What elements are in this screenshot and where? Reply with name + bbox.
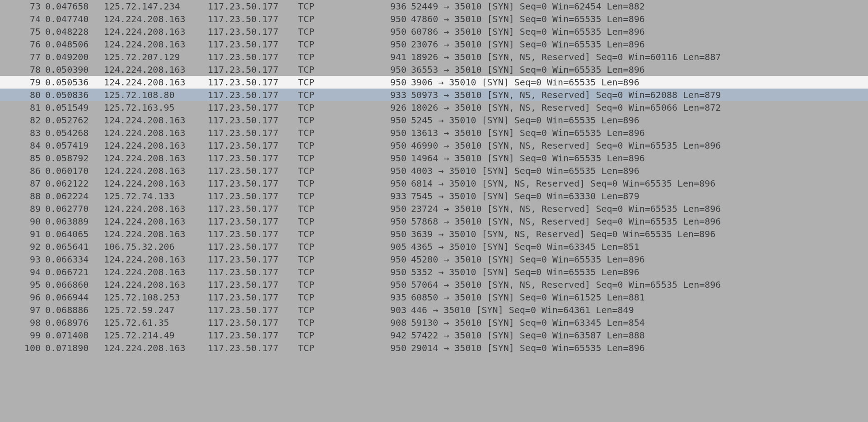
packet-protocol-cell: TCP	[298, 266, 384, 278]
packet-row[interactable]: 830.054268124.224.208.163117.23.50.177TC…	[0, 127, 868, 139]
packet-source-cell: 124.224.208.163	[104, 342, 208, 354]
packet-no-cell: 75	[0, 25, 45, 38]
packet-destination-cell: 117.23.50.177	[208, 190, 298, 202]
packet-row[interactable]: 810.051549125.72.163.95117.23.50.177TCP9…	[0, 101, 868, 114]
packet-protocol-cell: TCP	[298, 89, 384, 101]
packet-destination-cell: 117.23.50.177	[208, 342, 298, 354]
packet-destination-cell: 117.23.50.177	[208, 329, 298, 342]
packet-source-cell: 124.224.208.163	[104, 127, 208, 139]
packet-no-cell: 98	[0, 316, 45, 329]
packet-no-cell: 96	[0, 291, 45, 304]
packet-row[interactable]: 780.050390124.224.208.163117.23.50.177TC…	[0, 63, 868, 76]
packet-length-cell: 950	[384, 342, 411, 354]
packet-length-cell: 950	[384, 253, 411, 266]
packet-row[interactable]: 990.071408125.72.214.49117.23.50.177TCP9…	[0, 329, 868, 342]
packet-protocol-cell: TCP	[298, 240, 384, 253]
packet-destination-cell: 117.23.50.177	[208, 291, 298, 304]
packet-length-cell: 908	[384, 316, 411, 329]
packet-no-cell: 100	[0, 342, 45, 354]
packet-protocol-cell: TCP	[298, 215, 384, 228]
packet-row[interactable]: 840.057419124.224.208.163117.23.50.177TC…	[0, 139, 868, 152]
packet-row[interactable]: 920.065641106.75.32.206117.23.50.177TCP9…	[0, 240, 868, 253]
packet-time-cell: 0.064065	[45, 228, 104, 240]
packet-row[interactable]: 880.062224125.72.74.133117.23.50.177TCP9…	[0, 190, 868, 202]
packet-source-cell: 124.224.208.163	[104, 215, 208, 228]
packet-length-cell: 950	[384, 114, 411, 127]
packet-no-cell: 74	[0, 13, 45, 25]
packet-info-cell: 50973 → 35010 [SYN, NS, Reserved] Seq=0 …	[411, 89, 868, 101]
packet-row[interactable]: 800.050836125.72.108.80117.23.50.177TCP9…	[0, 89, 868, 101]
packet-row[interactable]: 820.052762124.224.208.163117.23.50.177TC…	[0, 114, 868, 127]
packet-row[interactable]: 750.048228124.224.208.163117.23.50.177TC…	[0, 25, 868, 38]
packet-no-cell: 90	[0, 215, 45, 228]
packet-protocol-cell: TCP	[298, 51, 384, 63]
packet-time-cell: 0.048506	[45, 38, 104, 51]
packet-source-cell: 124.224.208.163	[104, 278, 208, 291]
packet-row[interactable]: 790.050536124.224.208.163117.23.50.177TC…	[0, 76, 868, 89]
packet-row[interactable]: 940.066721124.224.208.163117.23.50.177TC…	[0, 266, 868, 278]
packet-source-cell: 124.224.208.163	[104, 38, 208, 51]
packet-no-cell: 73	[0, 0, 45, 13]
packet-row[interactable]: 870.062122124.224.208.163117.23.50.177TC…	[0, 177, 868, 190]
packet-time-cell: 0.066860	[45, 278, 104, 291]
packet-destination-cell: 117.23.50.177	[208, 253, 298, 266]
packet-source-cell: 124.224.208.163	[104, 13, 208, 25]
packet-no-cell: 84	[0, 139, 45, 152]
packet-source-cell: 125.72.108.80	[104, 89, 208, 101]
packet-info-cell: 45280 → 35010 [SYN] Seq=0 Win=65535 Len=…	[411, 253, 868, 266]
packet-row[interactable]: 910.064065124.224.208.163117.23.50.177TC…	[0, 228, 868, 240]
packet-row[interactable]: 950.066860124.224.208.163117.23.50.177TC…	[0, 278, 868, 291]
packet-time-cell: 0.063889	[45, 215, 104, 228]
packet-row[interactable]: 930.066334124.224.208.163117.23.50.177TC…	[0, 253, 868, 266]
packet-length-cell: 905	[384, 240, 411, 253]
packet-time-cell: 0.068886	[45, 304, 104, 316]
packet-row[interactable]: 770.049200125.72.207.129117.23.50.177TCP…	[0, 51, 868, 63]
packet-destination-cell: 117.23.50.177	[208, 63, 298, 76]
packet-length-cell: 950	[384, 228, 411, 240]
packet-source-cell: 124.224.208.163	[104, 25, 208, 38]
packet-protocol-cell: TCP	[298, 38, 384, 51]
packet-length-cell: 950	[384, 152, 411, 164]
packet-row[interactable]: 960.066944125.72.108.253117.23.50.177TCP…	[0, 291, 868, 304]
packet-row[interactable]: 1000.071890124.224.208.163117.23.50.177T…	[0, 342, 868, 354]
packet-time-cell: 0.062224	[45, 190, 104, 202]
packet-row[interactable]: 730.047658125.72.147.234117.23.50.177TCP…	[0, 0, 868, 13]
packet-list-table[interactable]: 730.047658125.72.147.234117.23.50.177TCP…	[0, 0, 868, 354]
packet-time-cell: 0.062122	[45, 177, 104, 190]
packet-row[interactable]: 850.058792124.224.208.163117.23.50.177TC…	[0, 152, 868, 164]
packet-row[interactable]: 740.047740124.224.208.163117.23.50.177TC…	[0, 13, 868, 25]
packet-row[interactable]: 980.068976125.72.61.35117.23.50.177TCP90…	[0, 316, 868, 329]
packet-protocol-cell: TCP	[298, 63, 384, 76]
packet-length-cell: 942	[384, 329, 411, 342]
packet-source-cell: 124.224.208.163	[104, 202, 208, 215]
packet-row[interactable]: 900.063889124.224.208.163117.23.50.177TC…	[0, 215, 868, 228]
packet-destination-cell: 117.23.50.177	[208, 278, 298, 291]
packet-destination-cell: 117.23.50.177	[208, 215, 298, 228]
packet-row[interactable]: 890.062770124.224.208.163117.23.50.177TC…	[0, 202, 868, 215]
packet-time-cell: 0.058792	[45, 152, 104, 164]
packet-info-cell: 47860 → 35010 [SYN] Seq=0 Win=65535 Len=…	[411, 13, 868, 25]
packet-no-cell: 95	[0, 278, 45, 291]
packet-time-cell: 0.049200	[45, 51, 104, 63]
packet-protocol-cell: TCP	[298, 139, 384, 152]
packet-protocol-cell: TCP	[298, 164, 384, 177]
packet-no-cell: 93	[0, 253, 45, 266]
packet-time-cell: 0.066334	[45, 253, 104, 266]
packet-destination-cell: 117.23.50.177	[208, 13, 298, 25]
packet-source-cell: 124.224.208.163	[104, 177, 208, 190]
packet-info-cell: 446 → 35010 [SYN] Seq=0 Win=64361 Len=84…	[411, 304, 868, 316]
packet-protocol-cell: TCP	[298, 190, 384, 202]
packet-info-cell: 57868 → 35010 [SYN, NS, Reserved] Seq=0 …	[411, 215, 868, 228]
packet-row[interactable]: 760.048506124.224.208.163117.23.50.177TC…	[0, 38, 868, 51]
packet-time-cell: 0.048228	[45, 25, 104, 38]
packet-source-cell: 124.224.208.163	[104, 114, 208, 127]
packet-protocol-cell: TCP	[298, 0, 384, 13]
packet-row[interactable]: 860.060170124.224.208.163117.23.50.177TC…	[0, 164, 868, 177]
packet-destination-cell: 117.23.50.177	[208, 139, 298, 152]
packet-time-cell: 0.047658	[45, 0, 104, 13]
packet-row[interactable]: 970.068886125.72.59.247117.23.50.177TCP9…	[0, 304, 868, 316]
packet-info-cell: 46990 → 35010 [SYN, NS, Reserved] Seq=0 …	[411, 139, 868, 152]
packet-destination-cell: 117.23.50.177	[208, 51, 298, 63]
packet-time-cell: 0.050390	[45, 63, 104, 76]
packet-protocol-cell: TCP	[298, 342, 384, 354]
